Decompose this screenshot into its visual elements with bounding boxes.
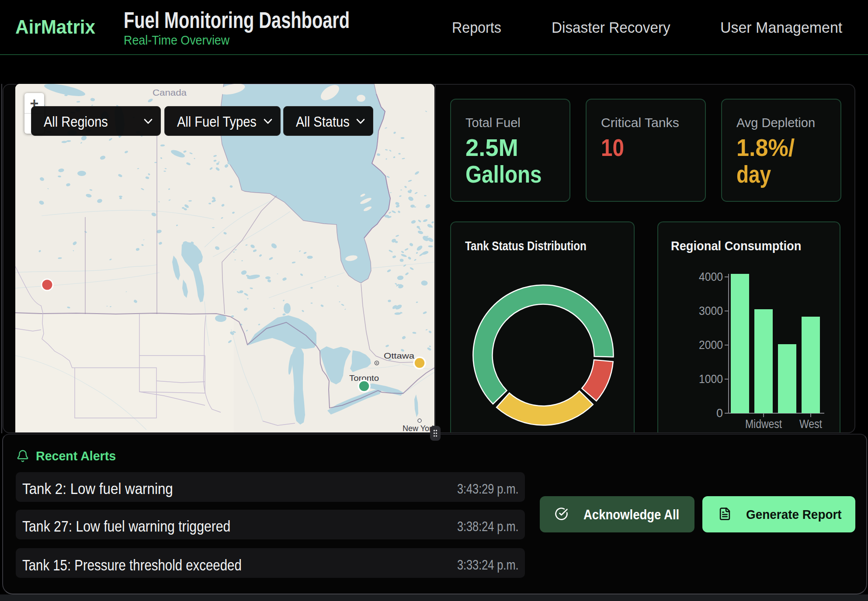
svg-text:Ottawa: Ottawa	[384, 351, 414, 360]
svg-text:4000: 4000	[699, 270, 723, 283]
svg-text:3000: 3000	[699, 304, 723, 318]
svg-text:1000: 1000	[699, 373, 723, 386]
svg-text:0: 0	[716, 407, 723, 420]
svg-text:West: West	[799, 418, 822, 431]
svg-text:Canada: Canada	[153, 87, 187, 97]
svg-text:Midwest: Midwest	[745, 418, 782, 431]
svg-text:2000: 2000	[699, 338, 723, 352]
